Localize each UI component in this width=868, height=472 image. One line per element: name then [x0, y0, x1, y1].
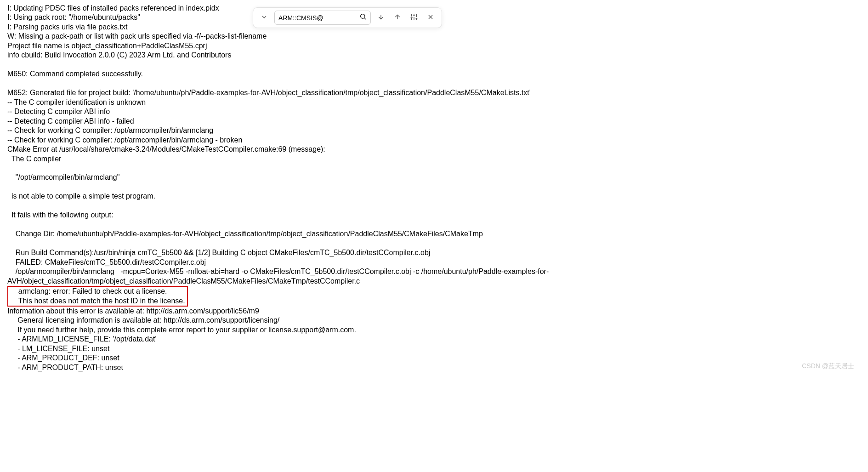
log-line: The C compiler	[7, 154, 861, 164]
log-line: -- Check for working C compiler: /opt/ar…	[7, 136, 861, 145]
watermark: CSDN @蓝天居士	[802, 362, 854, 370]
log-line: M652: Generated file for project build: …	[7, 88, 861, 97]
sliders-icon	[410, 13, 418, 22]
svg-point-0	[361, 14, 365, 18]
find-settings-button[interactable]	[408, 11, 420, 24]
log-line: Run Build Command(s):/usr/bin/ninja cmTC…	[7, 248, 861, 257]
find-next-button[interactable]	[374, 11, 387, 24]
log-output: I: Updating PDSC files of installed pack…	[7, 4, 861, 372]
find-close-button[interactable]	[424, 11, 437, 24]
close-icon	[427, 13, 434, 22]
log-line: "/opt/armcompiler/bin/armclang"	[7, 173, 861, 182]
log-line: Project file name is object_classificati…	[7, 41, 861, 51]
log-line: Information about this error is availabl…	[7, 307, 861, 316]
log-line: - ARM_PRODUCT_PATH: unset	[7, 363, 861, 372]
arrow-up-icon	[394, 13, 401, 22]
log-line: -- Detecting C compiler ABI info	[7, 107, 861, 116]
log-line: W: Missing a pack-path or list with pack…	[7, 32, 861, 41]
log-line: - ARMLMD_LICENSE_FILE: '/opt/data.dat'	[7, 335, 861, 344]
log-line	[7, 239, 861, 248]
find-prev-button[interactable]	[391, 11, 404, 24]
log-line: -- The C compiler identification is unkn…	[7, 98, 861, 107]
log-line	[7, 60, 861, 69]
log-line: - ARM_PRODUCT_DEF: unset	[7, 353, 861, 363]
arrow-down-icon	[377, 13, 385, 22]
find-bar	[253, 7, 442, 28]
log-line: - LM_LICENSE_FILE: unset	[7, 344, 861, 353]
log-error-line: This host does not match the host ID in …	[10, 296, 185, 306]
find-dropdown-button[interactable]	[258, 11, 271, 24]
log-line: General licensing information is availab…	[7, 316, 861, 325]
chevron-down-icon	[261, 13, 268, 22]
log-line: is not able to compile a simple test pro…	[7, 192, 861, 201]
log-line: FAILED: CMakeFiles/cmTC_5b500.dir/testCC…	[7, 258, 861, 267]
log-error-line: armclang: error: Failed to check out a l…	[10, 287, 185, 296]
log-line	[7, 220, 861, 229]
log-line: -- Detecting C compiler ABI info - faile…	[7, 117, 861, 126]
log-line: info cbuild: Build Invocation 2.0.0 (C) …	[7, 51, 861, 60]
log-line	[7, 79, 861, 88]
log-line: It fails with the following output:	[7, 210, 861, 220]
log-line: M650: Command completed successfully.	[7, 69, 861, 79]
log-line	[7, 164, 861, 173]
log-line: CMake Error at /usr/local/share/cmake-3.…	[7, 145, 861, 154]
log-line	[7, 182, 861, 192]
log-line: -- Check for working C compiler: /opt/ar…	[7, 126, 861, 135]
log-line: If you need further help, provide this c…	[7, 325, 861, 335]
error-highlight-box: armclang: error: Failed to check out a l…	[7, 286, 861, 307]
svg-line-1	[364, 18, 366, 19]
find-input[interactable]	[278, 14, 359, 22]
search-icon	[359, 13, 367, 23]
log-line	[7, 201, 861, 210]
log-line: /opt/armcompiler/bin/armclang -mcpu=Cort…	[7, 267, 861, 286]
find-input-wrap	[274, 11, 371, 25]
log-line: Change Dir: /home/ubuntu/ph/Paddle-examp…	[7, 229, 861, 239]
